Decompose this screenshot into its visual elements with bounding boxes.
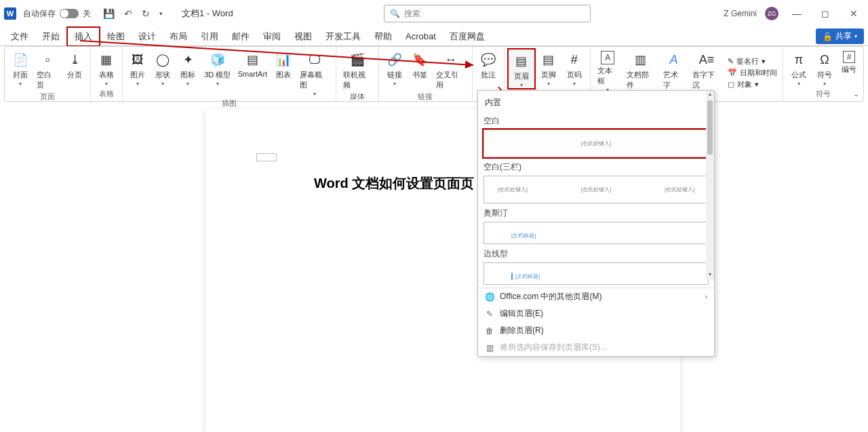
tab-draw[interactable]: 绘图 <box>100 28 132 45</box>
comment-label: 批注 <box>481 70 496 80</box>
signature-line-button[interactable]: ✎签名行▾ <box>728 56 777 66</box>
chevron-right-icon: › <box>705 293 707 300</box>
video-icon: 🎬 <box>349 51 366 68</box>
qat-more-icon[interactable]: ▾ <box>159 10 163 17</box>
equation-label: 公式 <box>791 70 806 80</box>
chevron-down-icon: ▾ <box>520 82 523 88</box>
page-break-icon: ⤓ <box>66 51 83 68</box>
remove-header-button[interactable]: 🗑 删除页眉(R) <box>478 322 714 339</box>
share-button[interactable]: 🔓 共享 ▾ <box>816 28 864 44</box>
gallery-preview-placeholder: [在此处键入] <box>491 186 534 193</box>
redo-icon[interactable]: ↻ <box>142 8 150 19</box>
chart-button[interactable]: 📊图表 <box>271 48 296 97</box>
ribbon-collapse-button[interactable]: ⌄ <box>853 90 859 98</box>
gallery-item-border-line[interactable]: [文档标题] <box>484 262 709 285</box>
gallery-preview-placeholder: [在此处键入] <box>574 186 617 193</box>
user-avatar[interactable]: ZG <box>765 7 778 20</box>
textbox-label: 文本框 <box>597 66 618 86</box>
group-label-pages: 页面 <box>7 90 87 104</box>
gallery-footer: 🌐 Office.com 中的其他页眉(M) › ✎ 编辑页眉(E) 🗑 删除页… <box>478 288 714 356</box>
group-label-symbols: 符号 <box>786 87 861 101</box>
minimize-button[interactable]: — <box>787 8 807 19</box>
gallery-item-blank-3col[interactable]: [在此处键入] [在此处键入] [在此处键入] <box>484 176 709 203</box>
maximize-button[interactable]: ◻ <box>815 8 835 19</box>
gallery-item-blank[interactable]: [在此处键入] <box>484 130 709 157</box>
equation-button[interactable]: π公式▾ <box>786 48 812 87</box>
edit-header-button[interactable]: ✎ 编辑页眉(E) <box>478 305 714 322</box>
gallery-item-austin[interactable]: [文档标题] <box>484 222 709 244</box>
page-number-button[interactable]: #页码▾ <box>561 48 587 90</box>
tab-home[interactable]: 开始 <box>35 28 66 45</box>
comment-button[interactable]: 💬批注 <box>475 48 501 87</box>
chart-label: 图表 <box>276 70 291 80</box>
save-icon: ▥ <box>485 343 494 353</box>
footer-button[interactable]: ▤页脚▾ <box>536 48 561 90</box>
save-icon[interactable]: 💾 <box>103 8 115 19</box>
page-number-icon: # <box>566 51 583 68</box>
user-name[interactable]: Z Gemini <box>724 9 757 18</box>
cross-reference-button[interactable]: ↔交叉引用 <box>432 48 469 90</box>
scroll-up-icon[interactable]: ▴ <box>706 91 714 99</box>
tab-help[interactable]: 帮助 <box>368 28 399 45</box>
symbol-icon: Ω <box>816 51 833 68</box>
blank-page-button[interactable]: ▫空白页 <box>33 48 62 90</box>
chevron-down-icon: ▾ <box>136 81 139 87</box>
ribbon-group-media: 🎬联机视频 媒体 <box>336 47 379 101</box>
tab-references[interactable]: 引用 <box>194 28 225 45</box>
undo-icon[interactable]: ↶ <box>124 8 132 19</box>
3d-models-button[interactable]: 🧊3D 模型▾ <box>201 48 235 97</box>
tab-layout[interactable]: 布局 <box>163 28 194 45</box>
tab-mailings[interactable]: 邮件 <box>225 28 256 45</box>
gallery-item-label: 边线型 <box>484 248 709 260</box>
smartart-button[interactable]: ▤SmartArt <box>235 48 271 97</box>
calendar-icon: 📅 <box>728 68 737 77</box>
gallery-scrollbar[interactable]: ▴ ▾ <box>706 91 714 279</box>
document-title: 文档1 - Word <box>182 7 233 20</box>
bookmark-label: 书签 <box>412 70 427 80</box>
shapes-button[interactable]: ◯形状▾ <box>151 48 176 97</box>
tab-file[interactable]: 文件 <box>4 28 35 45</box>
page-break-label: 分页 <box>67 70 82 80</box>
cover-page-button[interactable]: 📄封面▾ <box>7 48 33 90</box>
tab-acrobat[interactable]: Acrobat <box>399 28 443 44</box>
number-button[interactable]: #编号 <box>837 48 861 87</box>
tab-devtools[interactable]: 开发工具 <box>319 28 368 45</box>
icons-button[interactable]: ✦图标▾ <box>176 48 201 97</box>
online-video-button[interactable]: 🎬联机视频 <box>339 48 376 90</box>
pictures-button[interactable]: 🖼图片▾ <box>125 48 151 97</box>
tab-review[interactable]: 审阅 <box>256 28 288 45</box>
date-time-button[interactable]: 📅日期和时间 <box>728 68 777 78</box>
symbol-button[interactable]: Ω符号▾ <box>812 48 837 87</box>
shapes-icon: ◯ <box>154 51 172 68</box>
scroll-down-icon[interactable]: ▾ <box>706 271 714 279</box>
wordart-icon: A <box>665 51 682 68</box>
tab-view[interactable]: 视图 <box>288 28 319 45</box>
table-button[interactable]: ▦表格▾ <box>94 48 119 87</box>
ribbon-group-illustrations: 🖼图片▾ ◯形状▾ ✦图标▾ 🧊3D 模型▾ ▤SmartArt 📊图表 🖵屏幕… <box>123 47 336 101</box>
tab-insert[interactable]: 插入 <box>66 26 100 47</box>
tab-design[interactable]: 设计 <box>132 28 163 45</box>
object-button[interactable]: ▢对象▾ <box>728 79 777 90</box>
autosave-toggle[interactable]: 自动保存 关 <box>23 8 91 20</box>
bookmark-button[interactable]: 🔖书签 <box>407 48 432 90</box>
globe-icon: 🌐 <box>485 292 494 302</box>
link-button[interactable]: 🔗链接▾ <box>382 48 407 90</box>
wordart-label: 艺术字 <box>663 70 684 90</box>
link-label: 链接 <box>387 70 402 80</box>
tab-baidu[interactable]: 百度网盘 <box>443 28 492 45</box>
more-headers-office-button[interactable]: 🌐 Office.com 中的其他页眉(M) › <box>478 288 714 305</box>
scroll-thumb[interactable] <box>707 100 713 155</box>
page-break-button[interactable]: ⤓分页 <box>62 48 87 90</box>
close-button[interactable]: ✕ <box>844 8 864 19</box>
search-input[interactable]: 🔍 搜索 <box>384 5 591 22</box>
screenshot-button[interactable]: 🖵屏幕截图▾ <box>296 48 332 97</box>
pictures-label: 图片 <box>130 70 145 80</box>
number-icon: # <box>843 51 855 63</box>
object-icon: ▢ <box>728 80 734 89</box>
drop-cap-label: 首字下沉 <box>692 70 721 90</box>
toggle-switch-icon[interactable] <box>60 9 79 18</box>
gallery-item-label: 奥斯汀 <box>484 208 709 219</box>
header-button[interactable]: ▤页眉▾ <box>507 48 536 90</box>
chevron-down-icon: ▾ <box>854 33 857 39</box>
edit-header-label: 编辑页眉(E) <box>500 308 543 319</box>
